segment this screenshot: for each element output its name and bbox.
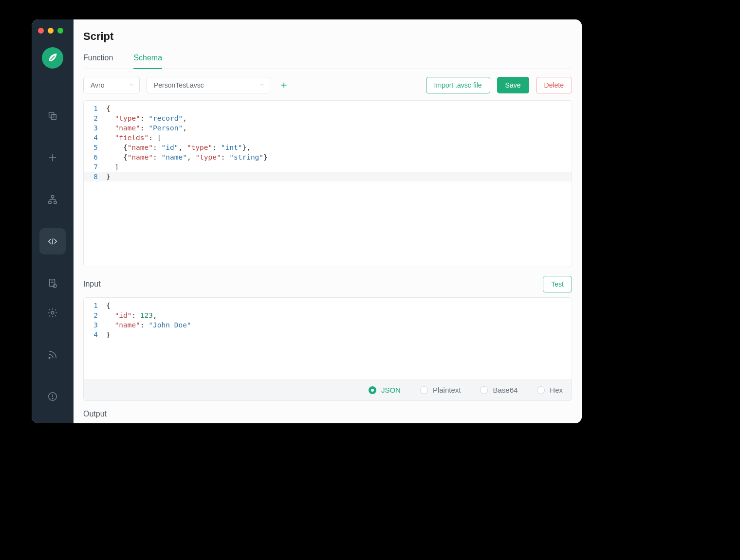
code-line: 5 {"name": "id", "type": "int"}, (84, 143, 572, 152)
code-line: 8} (84, 172, 572, 181)
schema-code-editor[interactable]: 1{2 "type": "record",3 "name": "Person",… (83, 100, 572, 267)
sidebar-item-script[interactable] (39, 228, 66, 254)
radio-label: JSON (381, 386, 401, 394)
sidebar-item-copy[interactable] (39, 103, 66, 129)
format-radio-base64[interactable]: Base64 (480, 386, 518, 394)
code-line: 3 "name": "John Doe" (84, 320, 572, 330)
input-area: 1{2 "id": 123,3 "name": "John Doe"4} JSO… (83, 297, 572, 401)
code-line: 2 "type": "record", (84, 113, 572, 123)
svg-point-16 (52, 398, 53, 398)
code-icon (47, 236, 58, 247)
tab-schema[interactable]: Schema (133, 49, 162, 69)
code-content: } (103, 172, 111, 181)
radio-label: Hex (550, 386, 563, 394)
line-number: 6 (84, 152, 103, 162)
line-number: 5 (84, 143, 103, 152)
rss-icon (47, 349, 58, 360)
import-button[interactable]: Import .avsc file (426, 77, 490, 93)
plus-icon (280, 81, 288, 89)
code-line: 6 {"name": "name", "type": "string"} (84, 152, 572, 162)
svg-point-12 (51, 311, 54, 314)
output-title: Output (83, 401, 572, 423)
code-line: 3 "name": "Person", (84, 123, 572, 133)
plus-icon (47, 152, 58, 163)
code-line: 1{ (84, 104, 572, 113)
alert-icon (47, 391, 58, 402)
sidebar-item-logs[interactable] (39, 270, 66, 296)
code-content: ] (103, 162, 119, 172)
radio-dot-icon (537, 386, 545, 394)
sidebar-item-alerts[interactable] (39, 383, 66, 410)
copy-icon (47, 110, 58, 121)
save-button[interactable]: Save (497, 77, 529, 93)
radio-dot-icon (480, 386, 488, 394)
svg-rect-6 (54, 201, 57, 204)
code-content: "type": "record", (103, 113, 187, 123)
app-logo (42, 47, 63, 69)
line-number: 8 (84, 172, 103, 181)
file-select[interactable]: PersonTest.avsc (147, 77, 270, 93)
chevron-down-icon (259, 81, 265, 89)
format-select[interactable]: Avro (83, 77, 140, 93)
format-radio-hex[interactable]: Hex (537, 386, 563, 394)
line-number: 7 (84, 162, 103, 172)
sidebar-nav (39, 103, 66, 296)
tab-bar: Function Schema (83, 49, 572, 69)
sidebar-item-flow[interactable] (39, 186, 66, 213)
chevron-down-icon (129, 81, 134, 89)
page-title: Script (83, 19, 572, 49)
leaf-logo-icon (46, 52, 59, 64)
sidebar-item-add[interactable] (39, 145, 66, 171)
close-window-button[interactable] (38, 28, 44, 34)
schema-toolbar: Avro PersonTest.avsc Import .avsc file S… (83, 69, 572, 100)
sidebar-item-feed[interactable] (39, 342, 66, 368)
code-line: 4} (84, 330, 572, 340)
input-header: Input Test (83, 267, 572, 297)
svg-rect-5 (49, 201, 52, 204)
svg-line-7 (52, 238, 53, 245)
line-number: 3 (84, 320, 103, 330)
format-radio-json[interactable]: JSON (369, 386, 401, 394)
line-number: 1 (84, 301, 103, 310)
gear-icon (47, 307, 58, 318)
code-content: {"name": "name", "type": "string"} (103, 152, 268, 162)
format-select-value: Avro (91, 81, 105, 89)
input-title: Input (83, 280, 101, 289)
main-panel: Script Function Schema Avro PersonTest.a… (74, 19, 582, 423)
svg-point-13 (49, 357, 50, 359)
zoom-window-button[interactable] (57, 28, 63, 34)
code-content: "name": "John Doe" (103, 320, 191, 330)
code-line: 7 ] (84, 162, 572, 172)
minimize-window-button[interactable] (48, 28, 54, 34)
sidebar-item-settings[interactable] (39, 300, 66, 326)
line-number: 3 (84, 123, 103, 133)
line-number: 2 (84, 113, 103, 123)
line-number: 4 (84, 133, 103, 143)
code-line: 2 "id": 123, (84, 310, 572, 320)
app-window: Script Function Schema Avro PersonTest.a… (32, 19, 582, 423)
code-content: "fields": [ (103, 133, 162, 143)
radio-label: Base64 (493, 386, 518, 394)
input-code-editor[interactable]: 1{2 "id": 123,3 "name": "John Doe"4} (83, 297, 572, 380)
window-controls (32, 24, 63, 43)
code-content: "id": 123, (103, 310, 157, 320)
tree-icon (47, 194, 58, 205)
code-content: { (103, 104, 111, 113)
svg-rect-4 (51, 196, 54, 198)
code-content: { (103, 301, 111, 310)
file-select-value: PersonTest.avsc (154, 81, 204, 89)
input-format-bar: JSON Plaintext Base64 Hex (83, 379, 572, 401)
line-number: 1 (84, 104, 103, 113)
radio-dot-icon (369, 386, 376, 394)
code-content: "name": "Person", (103, 123, 187, 133)
code-content: {"name": "id", "type": "int"}, (103, 143, 251, 152)
add-schema-button[interactable] (277, 78, 291, 92)
sidebar-bottom (39, 300, 66, 423)
tab-function[interactable]: Function (83, 49, 113, 69)
radio-label: Plaintext (433, 386, 461, 394)
format-radio-plaintext[interactable]: Plaintext (420, 386, 461, 394)
line-number: 2 (84, 310, 103, 320)
test-button[interactable]: Test (543, 276, 572, 292)
delete-button[interactable]: Delete (536, 77, 572, 93)
sidebar (32, 19, 74, 423)
